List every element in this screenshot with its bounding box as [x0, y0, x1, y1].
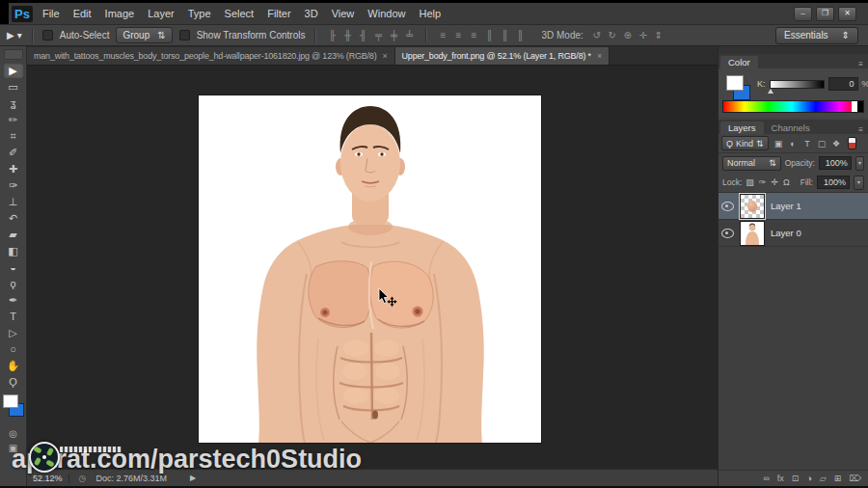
dodge-tool[interactable]: ϙ — [3, 276, 24, 292]
spectrum-black-swatch[interactable] — [857, 101, 863, 112]
filter-kind-dropdown[interactable]: Ϙ Kind ⇅ — [721, 136, 769, 150]
foreground-color-swatch[interactable] — [3, 394, 18, 408]
zoom-level-field[interactable]: 52.12% — [33, 474, 69, 483]
align-vertical-centers-icon[interactable]: ╪ — [387, 30, 400, 41]
fill-dropdown-icon[interactable]: ▾ — [854, 176, 864, 190]
auto-select-target-dropdown[interactable]: Group ⇅ — [116, 27, 172, 43]
menu-image[interactable]: Image — [105, 8, 135, 19]
delete-layer-icon[interactable]: ⌦ — [849, 474, 861, 483]
menu-type[interactable]: Type — [188, 8, 211, 19]
lock-transparent-pixels-icon[interactable]: ▨ — [746, 177, 754, 187]
path-selection-tool[interactable]: ▷ — [3, 325, 24, 341]
menu-3d[interactable]: 3D — [305, 8, 318, 19]
eraser-tool[interactable]: ▰ — [3, 227, 24, 243]
menu-layer[interactable]: Layer — [148, 8, 175, 19]
color-spectrum-ramp[interactable] — [722, 100, 864, 113]
close-icon[interactable]: × — [597, 51, 602, 61]
show-transform-checkbox[interactable] — [179, 30, 190, 41]
panel-menu-icon[interactable]: ≡ — [858, 60, 863, 68]
document-size-info[interactable]: Doc: 2.76M/3.31M — [95, 474, 167, 483]
menu-help[interactable]: Help — [419, 8, 441, 19]
hand-tool[interactable]: ✋ — [3, 358, 24, 374]
tool-preset-picker[interactable]: ▶ ▾ — [7, 30, 22, 41]
opacity-dropdown-icon[interactable]: ▾ — [855, 156, 864, 171]
layer-mask-icon[interactable]: ⊡ — [792, 474, 800, 483]
auto-select-checkbox[interactable] — [42, 30, 53, 41]
k-slider[interactable] — [770, 80, 825, 89]
brush-tool[interactable]: ✑ — [3, 177, 24, 194]
lock-all-icon[interactable]: Ω — [783, 177, 790, 187]
align-top-edges-icon[interactable]: ╤ — [371, 30, 385, 41]
layer-row-layer-0[interactable]: Layer 0 — [719, 220, 868, 247]
quick-selection-tool[interactable]: ✏ — [3, 112, 24, 128]
link-layers-icon[interactable]: ∞ — [763, 474, 769, 483]
distribute-right-icon[interactable]: ║ — [513, 30, 527, 41]
distribute-top-icon[interactable]: ≡ — [436, 30, 449, 41]
tab-layers[interactable]: Layers — [720, 122, 764, 134]
align-bottom-edges-icon[interactable]: ╧ — [402, 30, 416, 41]
layer-effects-icon[interactable]: fx — [777, 474, 784, 483]
gradient-tool[interactable]: ◧ — [3, 243, 24, 259]
menu-filter[interactable]: Filter — [267, 8, 290, 19]
menu-window[interactable]: Window — [367, 8, 405, 19]
3d-slide-icon[interactable]: ✛ — [637, 30, 650, 41]
move-tool[interactable]: ▶ — [3, 63, 24, 79]
panel-menu-icon[interactable]: ≡ — [858, 125, 863, 134]
close-button[interactable]: ✕ — [838, 7, 856, 21]
filter-type-layers-icon[interactable]: T — [802, 139, 813, 149]
filter-pixel-layers-icon[interactable]: ▣ — [773, 139, 784, 149]
canvas-document[interactable] — [199, 95, 541, 443]
workspace-switcher[interactable]: Essentials ⇕ — [775, 27, 858, 44]
distribute-bottom-icon[interactable]: ≡ — [467, 30, 480, 41]
tab-channels[interactable]: Channels — [764, 122, 818, 134]
layer-name[interactable]: Layer 1 — [771, 201, 801, 211]
filter-shape-layers-icon[interactable]: ▢ — [817, 139, 827, 149]
ellipse-shape-tool[interactable]: ○ — [3, 341, 24, 358]
layer-name[interactable]: Layer 0 — [771, 228, 801, 238]
3d-roll-icon[interactable]: ↻ — [606, 30, 619, 41]
menu-select[interactable]: Select — [225, 8, 255, 19]
clone-stamp-tool[interactable]: ⊥ — [3, 194, 24, 210]
tab-color[interactable]: Color — [720, 56, 758, 68]
rectangular-marquee-tool[interactable]: ▭ — [3, 79, 24, 95]
align-horizontal-centers-icon[interactable]: ╫ — [340, 30, 354, 41]
blur-tool[interactable]: ◒ — [3, 259, 24, 276]
canvas-pasteboard[interactable] — [27, 66, 718, 469]
type-tool[interactable]: T — [3, 309, 24, 325]
tab-wallpaper-jpg[interactable]: man_with_tattoos_muscles_body_torso_peop… — [27, 47, 395, 65]
distribute-left-icon[interactable]: ║ — [482, 30, 496, 41]
filter-adjustment-layers-icon[interactable]: ◐ — [788, 139, 799, 149]
k-value-field[interactable]: 0 — [828, 77, 858, 91]
layer-row-layer-1[interactable]: Layer 1 — [719, 193, 868, 220]
history-brush-tool[interactable]: ↶ — [3, 210, 24, 227]
distribute-vertical-icon[interactable]: ≡ — [451, 30, 465, 41]
align-right-edges-icon[interactable]: ╢ — [356, 30, 369, 41]
layer-group-icon[interactable]: ▱ — [820, 474, 827, 483]
crop-tool[interactable]: ⌗ — [3, 128, 24, 145]
lock-image-pixels-icon[interactable]: ✑ — [759, 177, 767, 187]
layer-1-thumbnail[interactable] — [740, 194, 765, 219]
close-icon[interactable]: × — [382, 51, 387, 61]
filter-toggle-icon[interactable] — [848, 137, 856, 149]
maximize-button[interactable]: ❐ — [816, 7, 834, 21]
status-flyout-arrow-icon[interactable]: ▶ — [190, 474, 196, 482]
new-layer-icon[interactable]: ⊞ — [834, 474, 842, 483]
minimize-button[interactable]: – — [794, 7, 812, 21]
3d-drag-icon[interactable]: ⊕ — [621, 30, 635, 41]
menu-view[interactable]: View — [332, 8, 355, 19]
3d-scale-icon[interactable]: ⇕ — [652, 30, 665, 41]
quick-mask-icon[interactable]: ◎ — [9, 428, 17, 439]
distribute-horizontal-icon[interactable]: ║ — [498, 30, 511, 41]
lasso-tool[interactable]: ʓ — [3, 95, 24, 112]
eyedropper-tool[interactable]: ✐ — [3, 145, 24, 161]
layer-visibility-eye-icon[interactable] — [721, 229, 734, 238]
blend-mode-dropdown[interactable]: Normal ⇅ — [722, 156, 781, 171]
fill-value-field[interactable]: 100% — [817, 176, 850, 189]
foreground-color-swatch[interactable] — [726, 75, 744, 91]
adjustment-layer-icon[interactable]: ◑ — [806, 474, 811, 483]
slider-marker[interactable] — [768, 89, 773, 94]
align-left-edges-icon[interactable]: ╟ — [325, 30, 339, 41]
layer-visibility-eye-icon[interactable] — [721, 202, 734, 211]
lock-position-icon[interactable]: ✛ — [771, 177, 778, 187]
layer-0-thumbnail[interactable] — [740, 221, 765, 246]
